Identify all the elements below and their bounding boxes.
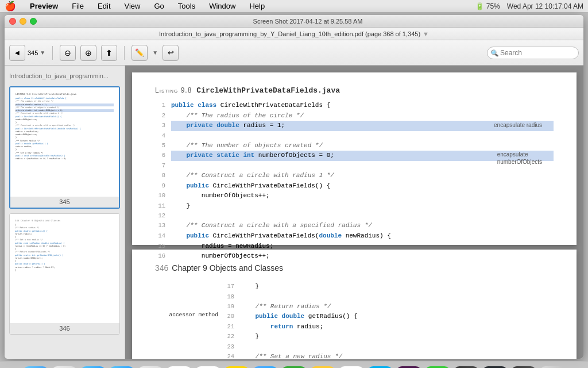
- code-line-4: 4: [155, 131, 554, 141]
- sidebar-title: Introduction_to_java_programmin...: [5, 70, 125, 82]
- toolbar-separator-1: [52, 46, 53, 60]
- document-title-bar: Introduction_to_java_programming_by_Y_Da…: [5, 28, 583, 40]
- dock-photos[interactable]: 🌸: [339, 366, 364, 369]
- dock-1password[interactable]: 🔐: [454, 366, 479, 369]
- menu-tools[interactable]: Tools: [176, 2, 198, 10]
- traffic-lights: [9, 18, 37, 25]
- code-line-21: 21 return radius;: [224, 322, 554, 332]
- dock-phone[interactable]: 📱: [425, 366, 450, 369]
- search-icon: 🔍: [491, 49, 499, 56]
- dock-itunes[interactable]: 🎵: [310, 366, 335, 369]
- zoom-out-button[interactable]: ⊖: [60, 45, 76, 61]
- rotate-icon: ↩: [168, 48, 174, 57]
- dock-messages[interactable]: 💬: [253, 366, 278, 369]
- search-input[interactable]: [487, 47, 579, 59]
- code-line-2: 2 /** The radius of the circle */: [155, 111, 554, 121]
- datetime: Wed Apr 12 10:17:04 AM: [507, 2, 583, 10]
- page-indicator-arrow[interactable]: ▼: [40, 49, 45, 56]
- dock-skype[interactable]: 💬: [368, 366, 393, 369]
- dock-contacts[interactable]: 👤: [138, 366, 163, 369]
- note-encapsulate-radius: encapsulate radius: [494, 121, 542, 130]
- dock-gestimer[interactable]: G: [511, 366, 536, 369]
- document-title: Introduction_to_java_programming_by_Y_Da…: [159, 30, 420, 37]
- annotation-button[interactable]: ✏️: [131, 45, 148, 61]
- dock-notes[interactable]: 📝: [224, 366, 249, 369]
- dock-reminders[interactable]: 📋: [195, 366, 220, 369]
- maximize-button[interactable]: [30, 18, 37, 25]
- main-content: Introduction_to_java_programmin... LISTI…: [5, 66, 583, 359]
- menu-go[interactable]: Go: [152, 2, 166, 10]
- share-button[interactable]: ⬆: [101, 45, 117, 61]
- menu-bar-right: 🔋 75% Wed Apr 12 10:17:04 AM: [475, 2, 583, 10]
- code-line-16: 16 numberOfObjects++;: [155, 251, 554, 262]
- dock-facetime[interactable]: 📹: [281, 366, 307, 369]
- toolbar-right: 🔍: [487, 47, 579, 59]
- page-number-345: 345: [10, 197, 119, 208]
- dock-gitify[interactable]: G: [482, 366, 508, 369]
- dock: 🔍 🚀 🌐 ✉️ 👤 📅 📋 📝 💬 📹 🎵 🌸 💬 ⚡ 📱 🔐 G G 🗑️: [0, 361, 588, 368]
- prev-page-button[interactable]: ◀: [9, 45, 25, 61]
- dropdown-chevron[interactable]: ▼: [423, 30, 429, 37]
- minimize-button[interactable]: [20, 18, 26, 25]
- pdf-content-area[interactable]: Listing 9.8 CircleWithPrivateDataFields.…: [125, 66, 583, 359]
- code-line-14: 14 public CircleWithPrivateDataFields(do…: [155, 231, 554, 241]
- window-title: Screen Shot 2017-04-12 at 9.25.58 AM: [37, 18, 579, 25]
- pen-icon: ✏️: [135, 48, 144, 57]
- zoom-in-button[interactable]: ⊕: [80, 45, 96, 61]
- pen-dropdown[interactable]: ▼: [152, 49, 158, 56]
- menu-bar: 🍎 Preview File Edit View Go Tools Window…: [0, 0, 588, 13]
- thumbnail-346[interactable]: 346 Chapter 9 Objects and Classes } /** …: [9, 213, 120, 335]
- code-block-346: 17 } 18 19 /** Return radius */: [155, 282, 554, 359]
- menu-preview[interactable]: Preview: [28, 2, 60, 10]
- pdf-page-345: Listing 9.8 CircleWithPrivateDataFields.…: [132, 72, 577, 245]
- menu-view[interactable]: View: [122, 2, 143, 10]
- code-line-5: 5 /** The number of objects created */: [155, 141, 554, 151]
- chapter-header-346: 346 Chapter 9 Objects and Classes: [155, 263, 554, 273]
- pen-options: ▼: [152, 49, 158, 56]
- code-line-20: accessor method 20 public double getRadi…: [224, 312, 554, 322]
- code-line-6: 6 private static int numberOfObjects = 0…: [155, 151, 554, 161]
- code-line-23: 23: [224, 342, 554, 352]
- code-line-18: 18: [224, 292, 554, 302]
- close-button[interactable]: [9, 18, 16, 25]
- menu-file[interactable]: File: [69, 2, 86, 10]
- menu-help[interactable]: Help: [247, 2, 267, 10]
- dock-slack[interactable]: ⚡: [396, 366, 421, 369]
- search-wrapper: 🔍: [487, 47, 579, 59]
- toolbar: ◀ 345 ▼ ⊖ ⊕ ⬆ ✏️ ▼ ↩ 🔍: [5, 40, 583, 66]
- thumbnail-346-preview: 346 Chapter 9 Objects and Classes } /** …: [10, 214, 119, 323]
- thumbnail-345[interactable]: LISTING 9.8 CircleWithPrivateDataFields.…: [9, 86, 120, 209]
- code-line-9: 9 public CircleWithPrivateDataFields() {: [155, 181, 554, 191]
- battery-icon: 🔋 75%: [475, 2, 500, 10]
- code-line-24: 24 /** Set a new radius */: [224, 352, 554, 359]
- code-line-22: 22 }: [224, 332, 554, 342]
- chapter-page-num: 346: [155, 263, 168, 273]
- dock-safari[interactable]: 🌐: [80, 366, 106, 369]
- page-nav-group: ◀ 345 ▼: [9, 45, 45, 61]
- dock-finder[interactable]: 🔍: [23, 366, 48, 369]
- chapter-title: Chapter 9 Objects and Classes: [172, 263, 283, 273]
- menu-window[interactable]: Window: [207, 2, 238, 10]
- rotate-button[interactable]: ↩: [163, 45, 179, 61]
- code-line-19: 19 /** Return radius */: [224, 302, 554, 312]
- code-line-17: 17 }: [224, 282, 554, 292]
- zoom-out-icon: ⊖: [64, 48, 71, 57]
- dock-trash[interactable]: 🗑️: [540, 366, 565, 369]
- dock-launchpad[interactable]: 🚀: [52, 366, 77, 369]
- menu-edit[interactable]: Edit: [95, 2, 113, 10]
- code-line-15: 15 radius = newRadius;: [155, 241, 554, 252]
- apple-menu[interactable]: 🍎: [5, 1, 16, 12]
- dock-calendar[interactable]: 📅: [167, 366, 192, 369]
- toolbar-separator-2: [124, 46, 125, 60]
- listing-title: CircleWithPrivateDataFields.java: [196, 86, 340, 95]
- share-icon: ⬆: [106, 48, 113, 57]
- listing-number: Listing 9.8: [155, 86, 192, 94]
- code-line-1: 1 public class CircleWithPrivateDataFiel…: [155, 101, 554, 111]
- code-block-345: 1 public class CircleWithPrivateDataFiel…: [155, 101, 554, 262]
- annotation-accessor-1: accessor method: [161, 312, 218, 319]
- sidebar: Introduction_to_java_programmin... LISTI…: [5, 66, 125, 359]
- code-line-3: 3 private double radius = 1; encapsulate…: [155, 121, 554, 131]
- dock-mail[interactable]: ✉️: [109, 366, 134, 369]
- listing-header-345: Listing 9.8 CircleWithPrivateDataFields.…: [155, 86, 554, 95]
- page-number: 345: [28, 49, 38, 56]
